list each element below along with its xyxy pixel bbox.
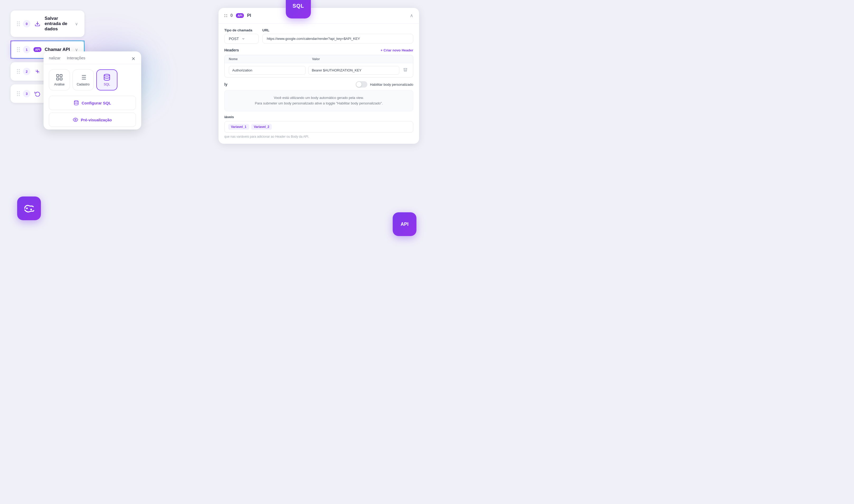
col-valor-label: Valor xyxy=(312,57,409,61)
col-nome-label: Nome xyxy=(229,57,309,61)
api-panel-step-num: 0 xyxy=(230,13,233,18)
svg-point-6 xyxy=(30,209,32,210)
body-info-line1: Você está utilizando um body automático … xyxy=(274,96,364,100)
svg-rect-10 xyxy=(60,78,62,80)
header-name-input[interactable] xyxy=(229,66,306,75)
headers-label: Headers xyxy=(224,48,239,52)
headers-section: Headers + Criar novo Header Nome Valor xyxy=(219,44,419,77)
tile-cadastro-label: Cadastro xyxy=(77,83,90,86)
save-icon xyxy=(34,20,41,28)
step-number-1: 1 xyxy=(23,46,30,53)
body-toggle-label: Habilitar body personalizado xyxy=(370,83,413,87)
modal-icons-row: Análise Cadastro SQL xyxy=(43,64,141,93)
call-config-row: Tipo de chamada POST URL xyxy=(219,23,419,44)
header-row-0 xyxy=(225,63,413,77)
vars-hint: que nas variáveis para adicionar ao Head… xyxy=(224,135,413,139)
body-info-box: Você está utilizando um body automático … xyxy=(224,90,413,111)
api-panel-header: 0 API PI ∧ xyxy=(219,8,419,23)
configure-sql-label: Configurar SQL xyxy=(82,101,111,105)
svg-rect-8 xyxy=(60,75,62,77)
step-number-2: 2 xyxy=(23,68,30,75)
calc-icon xyxy=(34,68,41,75)
modal-tabs: nalizar Interações xyxy=(43,51,141,64)
svg-rect-9 xyxy=(57,78,59,80)
header-value-input[interactable] xyxy=(308,66,399,75)
body-info-line2: Para submeter um body personalizado ativ… xyxy=(255,101,383,105)
headers-row: Headers + Criar novo Header xyxy=(224,48,413,52)
var-chip-1[interactable]: Variavel_2 xyxy=(251,124,272,130)
modal-close-button[interactable]: ✕ xyxy=(129,55,137,62)
step-0[interactable]: 0 Salvar entrada de dados ∨ xyxy=(11,11,85,37)
url-input[interactable] xyxy=(262,34,413,43)
tile-analise[interactable]: Análise xyxy=(49,69,70,90)
call-type-select[interactable]: POST xyxy=(224,34,259,44)
tab-finalizar[interactable]: nalizar xyxy=(49,56,60,64)
tab-interacoes[interactable]: Interações xyxy=(67,56,85,64)
tile-analise-label: Análise xyxy=(54,83,64,86)
tile-sql-label: SQL xyxy=(104,83,110,86)
step-number-3: 3 xyxy=(23,90,30,97)
body-section: ly Habilitar body personalizado Você est… xyxy=(219,77,419,111)
vars-section: iáveis Variavel_1 Variavel_2 que nas var… xyxy=(219,111,419,139)
body-label: ly xyxy=(224,82,227,87)
api-panel-title: 0 API PI xyxy=(224,13,251,18)
url-group: URL xyxy=(262,28,413,43)
url-label: URL xyxy=(262,28,413,32)
preview-button[interactable]: Pré-visualização xyxy=(49,113,136,127)
add-header-button[interactable]: + Criar novo Header xyxy=(381,48,413,52)
api-badge: API xyxy=(34,47,41,52)
panel-collapse-button[interactable]: ∧ xyxy=(410,13,413,18)
vars-box: Variavel_1 Variavel_2 xyxy=(224,121,413,133)
configure-sql-button[interactable]: Configurar SQL xyxy=(49,96,136,110)
headers-table: Nome Valor xyxy=(224,55,413,77)
toggle-row: Habilitar body personalizado xyxy=(356,81,413,88)
main-logo xyxy=(17,197,41,220)
delete-header-button[interactable] xyxy=(402,66,409,74)
api-panel-header-label: PI xyxy=(247,13,251,18)
headers-table-head: Nome Valor xyxy=(225,55,413,63)
drag-handle-3[interactable] xyxy=(17,91,20,96)
svg-rect-7 xyxy=(57,75,59,77)
api-logo: API xyxy=(393,212,416,236)
tile-cadastro[interactable]: Cadastro xyxy=(73,69,94,90)
api-panel: SQL 0 API PI ∧ Tipo de chamada POST UR xyxy=(219,8,419,144)
drag-handle-1[interactable] xyxy=(17,47,20,52)
body-toggle[interactable] xyxy=(356,81,367,88)
drag-handle-2[interactable] xyxy=(17,69,20,74)
body-header-row: ly Habilitar body personalizado xyxy=(224,81,413,88)
step-chevron-0[interactable]: ∨ xyxy=(75,21,78,26)
call-type-group: Tipo de chamada POST xyxy=(224,28,259,44)
step-number-0: 0 xyxy=(23,20,30,28)
svg-point-17 xyxy=(104,74,110,76)
center-modal: ✕ nalizar Interações Análise xyxy=(43,51,141,129)
preview-label: Pré-visualização xyxy=(81,118,112,122)
svg-point-18 xyxy=(74,101,79,102)
svg-point-5 xyxy=(26,208,28,209)
api-panel-badge: API xyxy=(236,13,244,18)
svg-point-19 xyxy=(75,119,76,121)
add-header-label: + Criar novo Header xyxy=(381,48,413,52)
call-type-value: POST xyxy=(229,37,239,41)
sql-logo-text: SQL xyxy=(292,3,304,9)
var-chip-0[interactable]: Variavel_1 xyxy=(228,124,249,130)
sql-logo: SQL xyxy=(286,0,311,18)
body-info-text: Você está utilizando um body automático … xyxy=(230,95,408,106)
vars-label: iáveis xyxy=(224,115,413,119)
drag-handle-0[interactable] xyxy=(17,21,20,26)
reload-icon xyxy=(34,90,41,97)
step-label-0: Salvar entrada de dados xyxy=(45,16,72,32)
panel-drag-handle[interactable] xyxy=(224,14,227,17)
api-logo-text: API xyxy=(401,221,408,227)
call-type-label: Tipo de chamada xyxy=(224,28,259,32)
tile-sql[interactable]: SQL xyxy=(96,69,118,90)
